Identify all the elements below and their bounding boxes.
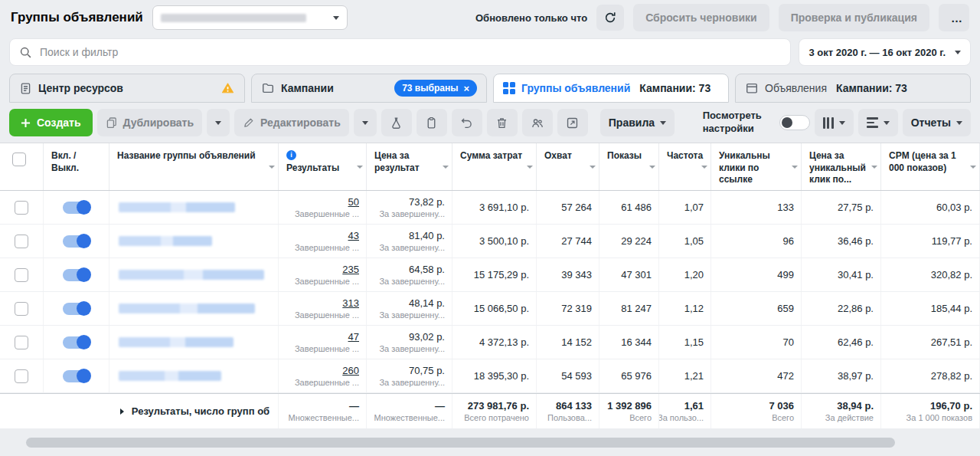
badge-close-icon[interactable]: ×	[463, 84, 469, 93]
date-range-selector[interactable]: 3 окт 2020 г. — 16 окт 2020 г.	[799, 38, 971, 66]
cpm-value: 119,77 р.	[932, 235, 972, 247]
col-header-frequency[interactable]: Частота	[659, 143, 711, 190]
search-input[interactable]	[40, 46, 781, 58]
cpc-value: 62,46 р.	[838, 336, 874, 348]
sort-caret-icon	[701, 166, 707, 169]
adset-name-redacted[interactable]	[119, 236, 212, 246]
spent-value: 4 372,13 р.	[479, 336, 529, 348]
row-checkbox[interactable]	[15, 268, 28, 282]
undo-icon	[460, 116, 473, 130]
row-checkbox[interactable]	[15, 369, 28, 383]
row-toggle-on[interactable]	[63, 202, 90, 214]
clipboard-icon	[425, 116, 438, 130]
tab-campaigns[interactable]: Кампании 73 выбраны ×	[251, 74, 487, 103]
col-header-results[interactable]: i Результаты	[279, 143, 367, 190]
results-link[interactable]: 260	[342, 365, 359, 376]
reports-button[interactable]: Отчеты	[903, 109, 971, 136]
row-checkbox[interactable]	[15, 201, 28, 215]
row-toggle-on[interactable]	[63, 336, 90, 349]
horizontal-scrollbar[interactable]	[3, 438, 977, 448]
duplicate-button[interactable]: Дублировать	[97, 109, 203, 136]
footer-cost: —	[435, 400, 445, 412]
undo-button[interactable]	[452, 109, 482, 136]
impressions-value: 61 486	[621, 202, 652, 213]
search-box[interactable]	[9, 38, 791, 66]
frequency-value: 1,21	[684, 370, 704, 382]
info-icon[interactable]: i	[286, 150, 296, 160]
duplicate-options-button[interactable]	[207, 109, 230, 136]
footer-cpm: 196,70 р.	[930, 400, 972, 412]
ab-test-button[interactable]	[381, 109, 412, 136]
row-toggle-on[interactable]	[63, 370, 90, 382]
col-header-cpc[interactable]: Цена за уникальный клик по...	[802, 143, 881, 190]
row-checkbox[interactable]	[15, 235, 28, 248]
tab-adsets[interactable]: Группы объявлений Кампании: 73	[493, 74, 729, 103]
adset-name-redacted[interactable]	[119, 202, 235, 212]
footer-spent: 273 981,76 р.	[468, 400, 529, 412]
more-button[interactable]: …	[939, 4, 969, 31]
col-header-impressions[interactable]: Показы	[599, 143, 659, 190]
date-range-label: 3 окт 2020 г. — 16 окт 2020 г.	[808, 47, 946, 58]
col-header-reach[interactable]: Охват	[537, 143, 599, 190]
plus-icon	[21, 118, 31, 128]
col-header-unique-clicks[interactable]: Уникальны клики по ссылке	[711, 143, 802, 190]
col-header-cpm[interactable]: CPM (цена за 1 000 показов)	[881, 143, 980, 190]
tab-context-label: Кампании: 73	[639, 82, 710, 94]
rules-button[interactable]: Правила	[600, 109, 675, 136]
adset-name-redacted[interactable]	[119, 371, 221, 381]
table-row: 313Завершенные ... 48,14 р.За завершенну…	[0, 292, 980, 326]
toggle-knob	[77, 267, 91, 282]
edit-button[interactable]: Редактировать	[234, 109, 349, 136]
audience-button[interactable]	[522, 109, 553, 136]
row-toggle-cell	[44, 326, 109, 359]
results-link[interactable]: 43	[348, 230, 359, 241]
row-select-cell	[0, 359, 44, 392]
row-checkbox[interactable]	[15, 302, 28, 316]
unique-clicks-value: 659	[777, 303, 794, 314]
refresh-button[interactable]	[596, 5, 624, 31]
results-link[interactable]: 50	[348, 196, 359, 208]
footer-clicks-note: Всего	[772, 413, 794, 422]
col-header-spent[interactable]: Сумма затрат	[452, 143, 537, 190]
clipboard-button[interactable]	[416, 109, 447, 136]
tab-ads[interactable]: Объявления Кампании: 73	[735, 74, 971, 103]
spent-value: 3 691,10 р.	[479, 202, 529, 213]
tab-context-label: Кампании: 73	[836, 82, 907, 94]
row-toggle-on[interactable]	[63, 303, 90, 315]
results-link[interactable]: 47	[348, 331, 359, 343]
cost-note: За завершенну...	[379, 243, 445, 252]
edit-options-button[interactable]	[354, 109, 377, 136]
discard-drafts-button[interactable]: Сбросить черновики	[633, 4, 769, 31]
chevron-down-icon	[362, 121, 368, 125]
view-settings-label[interactable]: Посмотреть настройки	[703, 110, 775, 136]
select-all-checkbox[interactable]	[12, 153, 26, 166]
results-link[interactable]: 313	[342, 297, 359, 309]
tab-resource-center[interactable]: Центр ресурсов	[9, 74, 245, 103]
table-row: 235Завершенные ... 64,58 р.За завершенну…	[0, 258, 980, 292]
row-toggle-on[interactable]	[63, 235, 90, 248]
sort-caret-icon	[792, 166, 798, 169]
settings-toggle[interactable]	[779, 115, 810, 130]
row-toggle-cell	[44, 191, 109, 224]
create-button[interactable]: Создать	[9, 109, 93, 136]
scrollbar-thumb[interactable]	[26, 438, 895, 448]
col-header-cost-per-result[interactable]: Цена за результат	[367, 143, 452, 190]
row-toggle-on[interactable]	[63, 269, 90, 281]
footer-summary-label[interactable]: Результаты, число групп об	[0, 394, 279, 428]
delete-button[interactable]	[487, 109, 518, 136]
chevron-down-icon	[215, 121, 221, 125]
row-select-cell	[0, 292, 44, 325]
columns-button[interactable]	[815, 109, 854, 136]
adset-name-redacted[interactable]	[119, 303, 255, 313]
col-header-name[interactable]: Название группы объявлений	[109, 143, 279, 190]
results-link[interactable]: 235	[342, 264, 359, 275]
adset-name-redacted[interactable]	[119, 337, 234, 347]
review-publish-button[interactable]: Проверка и публикация	[779, 4, 929, 31]
adset-name-redacted[interactable]	[119, 270, 264, 280]
export-button[interactable]	[557, 109, 588, 136]
tabs-bar: Центр ресурсов Кампании 73 выбраны × Гру…	[0, 69, 980, 103]
footer-cpc-note: За действие	[825, 413, 874, 422]
row-checkbox[interactable]	[15, 336, 28, 349]
breakdown-button[interactable]	[858, 109, 898, 136]
account-selector[interactable]	[152, 5, 348, 30]
